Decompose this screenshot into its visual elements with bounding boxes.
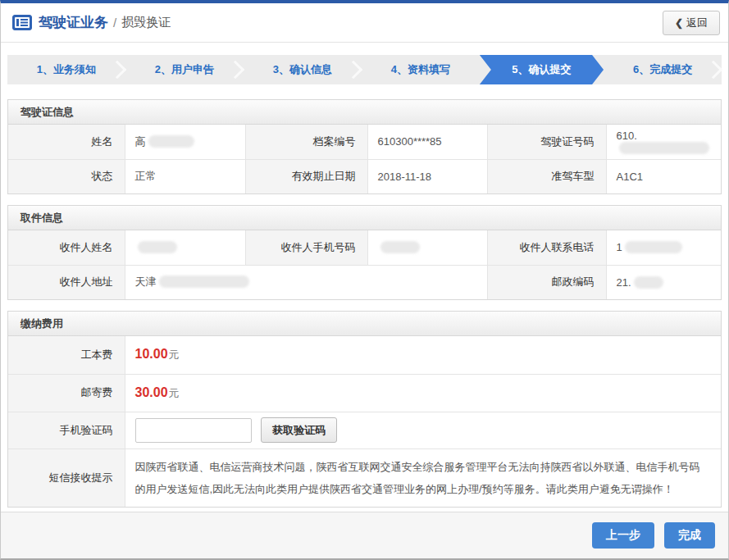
table-row: 手机验证码 获取验证码 bbox=[8, 412, 721, 448]
table-row: 工本费 10.00元 bbox=[8, 336, 721, 374]
field-value-file-number: 610300****85 bbox=[367, 125, 487, 159]
page-subtitle: 损毁换证 bbox=[121, 15, 171, 30]
step-1-business-notice: 1、业务须知 bbox=[7, 55, 125, 84]
redacted-value bbox=[148, 135, 194, 148]
section-title: 驾驶证信息 bbox=[8, 100, 721, 125]
redacted-value bbox=[634, 276, 663, 289]
table-row: 邮寄费 30.00元 bbox=[8, 374, 721, 412]
section-title: 取件信息 bbox=[8, 206, 721, 230]
sms-code-input[interactable] bbox=[135, 418, 252, 443]
finish-button[interactable]: 完成 bbox=[664, 522, 715, 549]
chevron-right-separator bbox=[108, 61, 127, 80]
page: 驾驶证业务 / 损毁换证 ❮ 返回 1、业务须知 2、用户申告 3、确认信息 4… bbox=[0, 0, 729, 560]
chevron-right-separator bbox=[226, 61, 245, 80]
field-value-recipient-address: 天津 bbox=[125, 265, 487, 299]
field-value-postage-fee: 30.00元 bbox=[125, 374, 721, 412]
step-progress-bar: 1、业务须知 2、用户申告 3、确认信息 4、资料填写 5、确认提交 6、完成提… bbox=[7, 55, 722, 84]
table-row: 姓名 高 档案编号 610300****85 驾驶证号码 610. bbox=[8, 125, 721, 159]
header: 驾驶证业务 / 损毁换证 ❮ 返回 bbox=[1, 3, 728, 43]
section-title: 缴纳费用 bbox=[8, 312, 721, 336]
field-label-postage-fee: 邮寄费 bbox=[8, 374, 125, 412]
section-license-info: 驾驶证信息 姓名 高 档案编号 610300****85 驾驶证号码 610. … bbox=[7, 99, 722, 194]
field-label-license-number: 驾驶证号码 bbox=[487, 125, 606, 159]
field-value-license-number: 610. bbox=[606, 125, 721, 159]
step-2-user-declaration: 2、用户申告 bbox=[125, 55, 244, 84]
field-label-expiry-date: 有效期止日期 bbox=[245, 159, 367, 193]
field-value-production-fee: 10.00元 bbox=[125, 336, 721, 374]
table-row: 状态 正常 有效期止日期 2018-11-18 准驾车型 A1C1 bbox=[8, 159, 721, 193]
field-label-sms-notice: 短信接收提示 bbox=[8, 448, 125, 507]
license-form-icon bbox=[12, 15, 32, 30]
field-label-status: 状态 bbox=[8, 159, 125, 193]
table-row: 短信接收提示 因陕西省联通、电信运营商技术问题，陕西省互联网交通安全综合服务管理… bbox=[8, 448, 721, 507]
sms-notice-text: 因陕西省联通、电信运营商技术问题，陕西省互联网交通安全综合服务管理平台无法向持陕… bbox=[125, 448, 721, 507]
field-label-sms-code: 手机验证码 bbox=[8, 412, 125, 448]
fee-unit: 元 bbox=[169, 348, 180, 361]
fees-table: 工本费 10.00元 邮寄费 30.00元 手机验证码 获取验证码 短信接收提示… bbox=[8, 336, 721, 507]
redacted-value bbox=[625, 241, 682, 253]
field-value-recipient-phone: 1 bbox=[606, 230, 721, 265]
field-value-postal-code: 21. bbox=[606, 265, 721, 299]
step-6-complete-submit: 6、完成提交 bbox=[604, 55, 722, 84]
redacted-value bbox=[619, 142, 709, 154]
fee-unit: 元 bbox=[169, 387, 180, 399]
field-label-recipient-phone: 收件人联系电话 bbox=[487, 230, 606, 265]
redacted-value bbox=[380, 241, 420, 253]
field-label-recipient-name: 收件人姓名 bbox=[8, 230, 125, 265]
step-3-confirm-info: 3、确认信息 bbox=[244, 55, 362, 84]
field-value-recipient-name bbox=[125, 230, 245, 265]
chevron-left-icon: ❮ bbox=[675, 17, 683, 29]
field-label-name: 姓名 bbox=[8, 125, 125, 159]
step-4-fill-data: 4、资料填写 bbox=[362, 55, 480, 84]
section-pickup-info: 取件信息 收件人姓名 收件人手机号码 收件人联系电话 1 收件人地址 天津 邮政… bbox=[7, 205, 722, 300]
pickup-info-table: 收件人姓名 收件人手机号码 收件人联系电话 1 收件人地址 天津 邮政编码 21… bbox=[8, 230, 721, 299]
license-info-table: 姓名 高 档案编号 610300****85 驾驶证号码 610. 状态 正常 … bbox=[8, 125, 721, 193]
field-value-expiry-date: 2018-11-18 bbox=[367, 159, 487, 193]
field-label-production-fee: 工本费 bbox=[8, 336, 125, 374]
redacted-value bbox=[138, 241, 177, 253]
table-row: 收件人地址 天津 邮政编码 21. bbox=[8, 265, 721, 299]
field-label-recipient-mobile: 收件人手机号码 bbox=[245, 230, 367, 265]
table-row: 收件人姓名 收件人手机号码 收件人联系电话 1 bbox=[8, 230, 721, 265]
fee-amount: 10.00 bbox=[135, 347, 168, 361]
field-label-recipient-address: 收件人地址 bbox=[8, 265, 125, 299]
field-label-postal-code: 邮政编码 bbox=[487, 265, 606, 299]
step-5-confirm-submit-active: 5、确认提交 bbox=[480, 55, 604, 84]
chevron-right-separator bbox=[344, 61, 363, 80]
field-label-vehicle-class: 准驾车型 bbox=[487, 159, 606, 193]
page-title: 驾驶证业务 bbox=[39, 13, 108, 32]
footer-action-bar: 上一步 完成 bbox=[1, 512, 728, 558]
previous-step-button[interactable]: 上一步 bbox=[592, 522, 654, 549]
field-value-vehicle-class: A1C1 bbox=[606, 159, 721, 193]
field-label-file-number: 档案编号 bbox=[245, 125, 367, 159]
field-value-recipient-mobile bbox=[367, 230, 487, 265]
back-button[interactable]: ❮ 返回 bbox=[663, 11, 720, 35]
redacted-value bbox=[159, 275, 249, 288]
back-button-label: 返回 bbox=[686, 16, 708, 30]
field-value-name: 高 bbox=[125, 125, 245, 159]
section-fees: 缴纳费用 工本费 10.00元 邮寄费 30.00元 手机验证码 获取验证码 短… bbox=[7, 311, 722, 508]
get-sms-code-button[interactable]: 获取验证码 bbox=[261, 417, 337, 443]
fee-amount: 30.00 bbox=[135, 385, 168, 399]
chevron-right-separator bbox=[704, 61, 723, 80]
field-sms-code: 获取验证码 bbox=[125, 412, 721, 448]
breadcrumb-separator: / bbox=[113, 16, 116, 30]
field-value-status: 正常 bbox=[125, 159, 245, 193]
